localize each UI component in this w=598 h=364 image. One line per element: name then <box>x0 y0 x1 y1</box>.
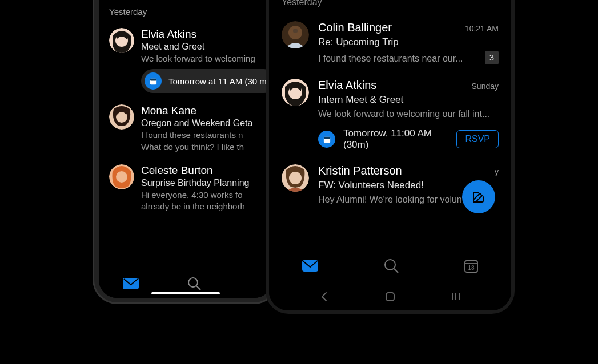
email-sender: Mona Kane <box>141 104 262 117</box>
screen-right: Yesterday Colin Ballinger 10:21 AM Re: U… <box>269 0 511 310</box>
email-preview: We look forward to welcoming <box>141 53 262 64</box>
phone-left: Yesterday Elvia Atkins Meet and Greet We… <box>94 0 277 302</box>
svg-rect-3 <box>150 79 156 81</box>
chevron-left-icon <box>319 291 330 302</box>
email-item[interactable]: Mona Kane Oregon and Weekend Geta I foun… <box>99 99 272 159</box>
calendar-icon <box>145 72 162 90</box>
avatar <box>109 28 134 53</box>
svg-line-23 <box>394 269 398 273</box>
square-icon <box>384 291 396 302</box>
event-chip-text: Tomorrow at 11 AM (30 m <box>168 76 267 86</box>
svg-rect-13 <box>293 29 298 33</box>
email-preview: We look forward to welcoming our fall in… <box>318 108 499 120</box>
nav-back[interactable] <box>319 291 330 305</box>
compose-icon <box>472 190 485 204</box>
search-icon <box>187 276 202 291</box>
email-subject: Intern Meet & Greet <box>318 94 499 106</box>
email-preview: I found these restaurants near our... <box>318 52 479 65</box>
email-header-row: Colin Ballinger 10:21 AM <box>318 21 499 34</box>
svg-line-10 <box>196 286 200 290</box>
email-subject: Surprise Birthday Planning <box>141 178 262 188</box>
email-sender: Celeste Burton <box>141 164 262 177</box>
mail-icon <box>302 259 319 273</box>
tab-search[interactable] <box>383 258 399 274</box>
inbox-list-left[interactable]: Yesterday Elvia Atkins Meet and Greet We… <box>99 0 272 269</box>
screen-left: Yesterday Elvia Atkins Meet and Greet We… <box>99 0 272 298</box>
section-header: Yesterday <box>269 0 511 14</box>
section-header: Yesterday <box>99 5 272 22</box>
svg-point-9 <box>188 278 198 287</box>
tab-calendar[interactable]: 18 <box>464 258 479 273</box>
home-indicator[interactable] <box>151 292 220 294</box>
svg-rect-27 <box>386 293 394 301</box>
event-chip[interactable]: Tomorrow at 11 AM (30 m <box>141 69 272 93</box>
calendar-icon: 18 <box>464 258 479 273</box>
search-icon <box>383 258 399 274</box>
compose-fab[interactable] <box>462 180 495 213</box>
nav-recent[interactable] <box>450 291 461 305</box>
email-subject: Meet and Greet <box>141 42 262 52</box>
email-content: Colin Ballinger 10:21 AM Re: Upcoming Tr… <box>318 21 499 65</box>
email-sender: Elvia Atkins <box>141 28 262 41</box>
calendar-icon <box>318 131 335 148</box>
email-timestamp: y <box>495 167 499 176</box>
avatar <box>282 164 309 192</box>
email-header-row: Kristin Patterson y <box>318 164 499 177</box>
preview-row: I found these restaurants near our... 3 <box>318 50 499 65</box>
android-nav-bar <box>269 284 511 310</box>
tab-bar: 18 <box>269 246 511 284</box>
email-content: Mona Kane Oregon and Weekend Geta I foun… <box>141 104 262 153</box>
tab-mail[interactable] <box>302 259 319 273</box>
svg-rect-17 <box>323 137 330 139</box>
email-content: Celeste Burton Surprise Birthday Plannin… <box>141 164 262 213</box>
email-subject: Oregon and Weekend Geta <box>141 118 262 128</box>
phone-right: Yesterday Colin Ballinger 10:21 AM Re: U… <box>266 0 515 314</box>
email-sender: Elvia Atkins <box>318 79 376 92</box>
email-item[interactable]: Elvia Atkins Sunday Intern Meet & Greet … <box>269 72 511 158</box>
email-content: Elvia Atkins Sunday Intern Meet & Greet … <box>318 79 499 151</box>
rsvp-button[interactable]: RSVP <box>456 130 499 148</box>
tab-search[interactable] <box>187 276 202 291</box>
svg-text:18: 18 <box>468 265 475 271</box>
svg-point-7 <box>116 171 127 183</box>
email-preview: Hi everyone, 4:30 works fo already be in… <box>141 189 262 213</box>
email-preview: I found these restaurants n What do you … <box>141 130 262 153</box>
email-content: Elvia Atkins Meet and Greet We look forw… <box>141 28 262 93</box>
svg-point-22 <box>385 260 395 270</box>
svg-point-19 <box>289 172 302 184</box>
email-subject: Re: Upcoming Trip <box>318 37 499 48</box>
nav-home[interactable] <box>384 291 396 305</box>
email-timestamp: 10:21 AM <box>465 24 499 33</box>
email-timestamp: Sunday <box>472 82 499 91</box>
event-row-text: Tomorrow, 11:00 AM (30m) <box>343 128 448 151</box>
email-sender: Colin Ballinger <box>318 21 392 34</box>
mail-icon <box>122 277 139 290</box>
event-row[interactable]: Tomorrow, 11:00 AM (30m) RSVP <box>318 128 499 151</box>
email-item[interactable]: Colin Ballinger 10:21 AM Re: Upcoming Tr… <box>269 14 511 72</box>
tab-mail[interactable] <box>122 277 139 290</box>
avatar <box>282 21 309 48</box>
avatar <box>109 104 134 130</box>
thread-count-badge: 3 <box>485 51 499 64</box>
email-item[interactable]: Elvia Atkins Meet and Greet We look forw… <box>99 22 272 99</box>
avatar <box>282 79 309 106</box>
email-sender: Kristin Patterson <box>318 164 402 177</box>
email-item[interactable]: Celeste Burton Surprise Birthday Plannin… <box>99 159 272 219</box>
bars-icon <box>450 291 461 302</box>
email-header-row: Elvia Atkins Sunday <box>318 79 499 92</box>
avatar <box>109 164 134 189</box>
